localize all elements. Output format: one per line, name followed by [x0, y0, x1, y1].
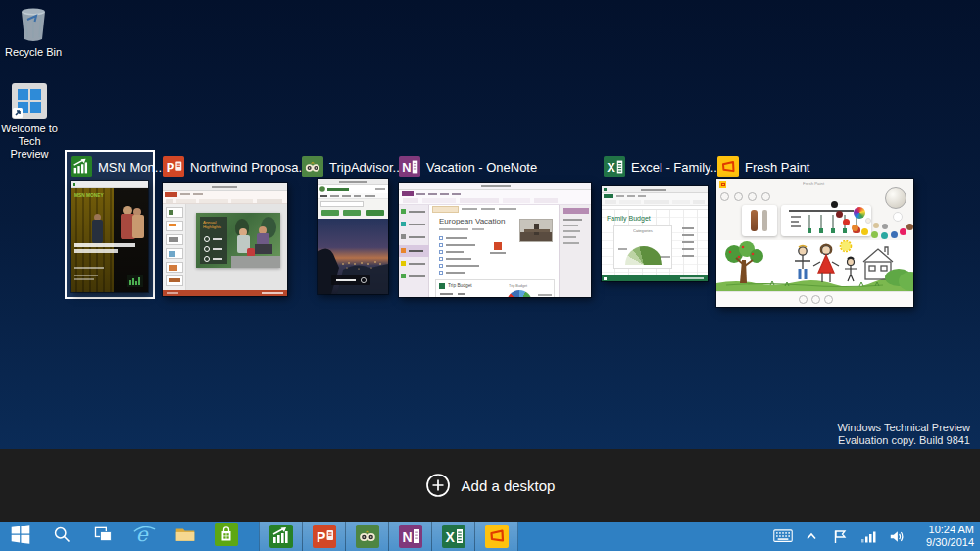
taskbar-app-msn-money[interactable]	[259, 522, 303, 551]
plus-circle-icon	[425, 473, 451, 498]
msn-money-icon	[71, 156, 92, 177]
window-title: Excel - Family...	[631, 160, 721, 175]
onenote-chart-title: Trip Budget	[509, 284, 527, 288]
tripadvisor-icon	[302, 156, 323, 177]
tray-time: 10:24 AM	[915, 524, 974, 536]
desktop-icon-recycle-bin[interactable]: Recycle Bin	[4, 6, 63, 59]
task-view-button[interactable]	[82, 522, 123, 551]
excel-half-pie-chart	[625, 246, 662, 265]
search-button[interactable]	[41, 522, 82, 551]
task-view-screen: Recycle Bin Welcome to Tech Preview	[0, 0, 980, 551]
window-thumbnail-excel[interactable]: Family Budget Categories	[602, 186, 708, 281]
touch-keyboard-icon[interactable]	[773, 526, 793, 546]
system-tray: 10:24 AM 9/30/2014	[773, 522, 980, 551]
volume-icon[interactable]	[887, 526, 906, 546]
clock[interactable]: 10:24 AM 9/30/2014	[915, 524, 974, 549]
msn-money-icon	[270, 525, 293, 548]
taskbar-app-onenote[interactable]: N	[388, 522, 432, 551]
window-title: Vacation - OneNote	[426, 160, 537, 175]
window-title: TripAdvisor...	[329, 160, 403, 175]
taskbar-app-tripadvisor[interactable]	[345, 522, 389, 551]
powerpoint-icon: P	[163, 156, 184, 177]
window-thumbnail-fresh-paint[interactable]: Fresh Paint +	[716, 179, 913, 307]
excel-embed-icon	[439, 283, 445, 289]
store-icon	[215, 523, 238, 550]
onenote-embed-title: Trip Budget	[448, 283, 472, 289]
taskbar-app-powerpoint[interactable]: P	[302, 522, 346, 551]
excel-chart-label: Categories	[633, 229, 653, 234]
network-signal-icon[interactable]	[858, 526, 878, 546]
trip-budget-pie-chart	[507, 290, 532, 297]
excel-icon: X	[604, 156, 625, 177]
recycle-bin-icon	[17, 6, 50, 43]
file-explorer-button[interactable]	[165, 522, 206, 551]
add-desktop-label: Add a desktop	[462, 477, 556, 494]
svg-text:P: P	[167, 160, 175, 175]
internet-explorer-icon: e	[132, 523, 156, 550]
search-icon	[52, 525, 72, 548]
folder-icon	[174, 524, 196, 549]
desktop-icon-welcome-tech-preview[interactable]: Welcome to Tech Preview	[0, 82, 59, 161]
excel-icon: X	[442, 525, 466, 548]
internet-explorer-button[interactable]: e	[123, 522, 165, 551]
svg-text:P: P	[317, 529, 325, 545]
window-thumbnail-powerpoint[interactable]: Annual Highlights	[163, 183, 287, 296]
add-desktop-button[interactable]: Add a desktop	[425, 473, 556, 498]
taskbar: e	[0, 522, 980, 551]
window-thumbnail-msn-money[interactable]: MSN MONEY	[71, 181, 148, 292]
window-title: Northwind Proposa...	[190, 160, 309, 175]
desktop-icon-label: Welcome to Tech Preview	[1, 123, 58, 160]
powerpoint-icon: P	[313, 525, 336, 548]
svg-text:N: N	[402, 160, 411, 175]
taskbar-app-excel[interactable]: X	[431, 522, 475, 551]
desktop-icon-label: Recycle Bin	[5, 46, 62, 58]
chevron-up-icon[interactable]	[802, 526, 821, 546]
build-watermark: Windows Technical Preview Evaluation cop…	[837, 422, 970, 447]
svg-text:X: X	[445, 529, 455, 545]
windows-shortcut-icon	[11, 82, 48, 120]
start-button[interactable]	[0, 522, 41, 551]
fresh-paint-canvas[interactable]	[716, 240, 913, 291]
action-center-flag-icon[interactable]	[830, 526, 850, 546]
window-title: MSN Mon...	[98, 160, 166, 175]
fresh-paint-icon	[485, 525, 509, 548]
fresh-paint-icon	[717, 156, 739, 177]
store-button[interactable]	[206, 522, 247, 551]
msn-masthead: MSN MONEY	[74, 193, 104, 199]
svg-text:X: X	[607, 160, 615, 175]
powerpoint-attachment-icon	[494, 242, 502, 250]
taskbar-app-fresh-paint[interactable]	[474, 522, 518, 551]
onenote-page-title: European Vacation	[439, 218, 505, 225]
task-view-icon	[93, 525, 113, 548]
color-palette[interactable]	[830, 185, 913, 240]
excel-sheet-title: Family Budget	[607, 215, 651, 222]
svg-text:N: N	[402, 529, 412, 545]
window-thumbnail-onenote[interactable]: European Vacation Trip Budget	[399, 183, 591, 297]
fresh-paint-window-title: Fresh Paint	[803, 181, 824, 186]
onenote-icon: N	[399, 156, 420, 177]
window-title: Fresh Paint	[745, 160, 809, 175]
tripadvisor-icon	[356, 525, 379, 548]
tripadvisor-photo	[318, 219, 388, 294]
tray-date: 9/30/2014	[915, 536, 974, 549]
onenote-icon: N	[399, 525, 422, 548]
add-desktop-bar: Add a desktop	[0, 449, 980, 522]
slide-heading: Annual Highlights	[203, 220, 224, 229]
window-thumbnail-tripadvisor[interactable]	[318, 179, 388, 294]
windows-logo-icon	[10, 524, 31, 549]
